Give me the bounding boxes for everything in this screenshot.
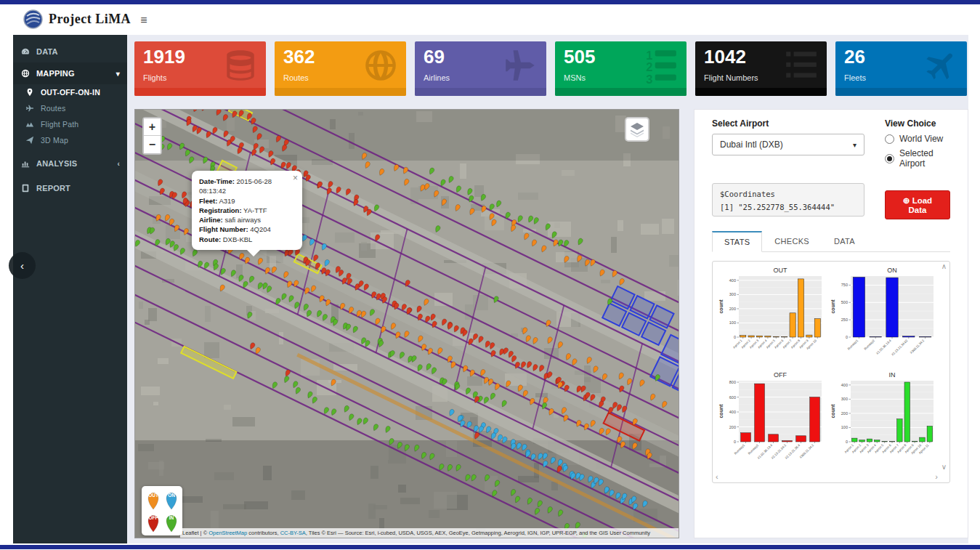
layers-icon <box>628 121 646 138</box>
airport-select[interactable]: Dubai Intl (DXB) ▾ <box>712 134 864 155</box>
coordinates-output: $Coordinates [1] "25.252778_55.364444" <box>712 183 864 217</box>
license-link[interactable]: CC-BY-SA <box>280 530 306 536</box>
chart-on: ONcount0250500750Runway1Runway2X1.55.36.… <box>829 264 938 365</box>
main-content: 1919 Flights 362 Routes 69 <box>127 35 968 543</box>
vertical-scrollbar[interactable]: ∧ ∨ <box>939 263 949 471</box>
popup-row: Date-Time: 2015-06-28 08:13:42 <box>199 177 295 196</box>
stat-label: Airlines <box>424 73 450 82</box>
sidebar-item-data[interactable]: DATA <box>13 41 127 62</box>
sidebar-item-label: OUT-OFF-ON-IN <box>41 88 100 97</box>
sidebar-item-routes[interactable]: Routes <box>13 100 127 116</box>
globe-icon <box>20 68 31 78</box>
svg-text:0: 0 <box>846 440 848 444</box>
chart-off: OFFcount0200400600800Runway1Runway2X1.02… <box>717 369 826 469</box>
popup-row: Route: DXB-KBL <box>199 235 295 244</box>
tab-checks[interactable]: CHECKS <box>762 231 822 252</box>
svg-text:3: 3 <box>646 73 652 84</box>
svg-text:count: count <box>718 299 724 314</box>
sidebar-item-report[interactable]: REPORT <box>13 177 127 199</box>
map-attribution: Leaflet | © OpenStreetMap contributors, … <box>180 528 679 538</box>
svg-text:200: 200 <box>729 307 736 311</box>
app-window: Project LiMA ≡ DATA MAPPING ▾ <box>13 4 967 543</box>
sidebar-item-mapping[interactable]: MAPPING ▾ <box>13 62 127 84</box>
stat-value: 362 <box>283 46 315 68</box>
scroll-right-icon[interactable]: › <box>935 473 938 481</box>
right-panel: Select Airport Dubai Intl (DXB) ▾ View C… <box>694 109 968 538</box>
map-popup: × Date-Time: 2015-06-28 08:13:42 Fleet: … <box>192 171 302 250</box>
map-marker-icon <box>25 87 35 97</box>
popup-row: Flight Number: 4Q204 <box>199 225 295 234</box>
svg-text:200: 200 <box>729 425 736 429</box>
svg-text:250: 250 <box>841 318 848 322</box>
plus-circle-icon: ⊕ <box>903 196 910 205</box>
load-data-button[interactable]: ⊕ Load Data <box>885 190 950 219</box>
svg-text:0: 0 <box>734 440 736 444</box>
svg-text:X300.11.34.2: X300.11.34.2 <box>798 443 814 459</box>
stat-label: MSNs <box>564 73 586 82</box>
map-legend: OUTONOFFIN <box>142 486 182 535</box>
close-icon[interactable]: × <box>293 172 298 185</box>
sidebar-toggle-button[interactable]: ≡ <box>134 11 154 30</box>
popup-row: Fleet: A319 <box>199 196 295 206</box>
stat-label: Flight Numbers <box>704 73 758 82</box>
svg-text:X300.11.34.2: X300.11.34.2 <box>910 339 926 355</box>
svg-text:OUT: OUT <box>774 267 788 274</box>
radio-checked-icon <box>885 154 894 163</box>
globe-icon <box>363 47 399 84</box>
tab-stats[interactable]: STATS <box>712 231 762 252</box>
svg-text:X2.13.21.36.4: X2.13.21.36.4 <box>784 443 801 460</box>
stat-card-footer <box>555 88 687 96</box>
logo-icon <box>23 9 43 29</box>
list-ol-icon: 123 <box>643 47 679 84</box>
sidebar-item-3d-map[interactable]: 3D Map <box>13 132 127 148</box>
svg-text:X1.55.36.13.4: X1.55.36.13.4 <box>875 339 892 355</box>
chevron-down-icon: ▾ <box>853 141 857 149</box>
chevron-down-icon: ▾ <box>116 70 120 78</box>
openstreetmap-link[interactable]: OpenStreetMap <box>208 530 247 536</box>
popup-row: Airline: safi airways <box>199 215 295 225</box>
svg-text:Runway2: Runway2 <box>748 443 760 456</box>
stat-value: 69 <box>424 46 445 68</box>
svg-text:count: count <box>830 299 835 314</box>
map[interactable]: + − × Date-Time: 2015-06-28 08:13:42 <box>134 109 679 538</box>
book-icon <box>20 183 31 193</box>
radio-selected-airport[interactable]: Selected Airport <box>885 148 950 169</box>
horizontal-scrollbar[interactable]: ‹ › <box>716 472 938 482</box>
legend-pin-in: IN <box>162 511 180 533</box>
svg-text:400: 400 <box>729 410 736 414</box>
stat-label: Flights <box>143 73 166 82</box>
stat-label: Routes <box>283 73 309 82</box>
sidebar-collapse-button[interactable]: ‹ <box>9 252 36 279</box>
svg-text:X2.13.21.34.02: X2.13.21.34.02 <box>891 339 909 357</box>
view-choice-label: View Choice <box>885 118 950 129</box>
sidebar-item-flight-path[interactable]: Flight Path <box>13 116 127 132</box>
radio-world-view[interactable]: World View <box>885 134 950 144</box>
stat-card-routes: 362 Routes <box>275 41 406 96</box>
layers-control[interactable] <box>625 117 649 142</box>
stat-card-flights: 1919 Flights <box>134 41 266 96</box>
sidebar-item-out-off-on-in[interactable]: OUT-OFF-ON-IN <box>13 84 127 100</box>
stat-value: 1042 <box>704 46 746 68</box>
chart-out: OUTcount0100200300400Apron 1Apron 2Apron… <box>717 264 826 365</box>
stat-card-airlines: 69 Airlines <box>415 41 546 96</box>
svg-text:OFF: OFF <box>148 515 158 520</box>
stat-card-flight-numbers: 1042 Flight Numbers <box>695 41 827 96</box>
tab-data[interactable]: DATA <box>822 231 867 252</box>
svg-text:OUT: OUT <box>148 493 158 498</box>
stat-card-footer <box>695 88 827 96</box>
sidebar-item-label: MAPPING <box>36 69 75 78</box>
scroll-up-icon[interactable]: ∧ <box>941 263 947 270</box>
send-icon <box>25 135 35 145</box>
svg-text:300: 300 <box>841 397 848 401</box>
sidebar-item-analysis[interactable]: ANALYSIS ‹ <box>13 153 127 174</box>
scroll-left-icon[interactable]: ‹ <box>716 473 718 481</box>
svg-text:Runway2: Runway2 <box>863 339 875 351</box>
zoom-in-button[interactable]: + <box>144 118 161 136</box>
popup-row: Registration: YA-TTF <box>199 206 295 215</box>
svg-text:0: 0 <box>846 335 848 339</box>
zoom-out-button[interactable]: − <box>144 136 161 153</box>
map-zoom-control: + − <box>142 117 162 155</box>
scroll-down-icon[interactable]: ∨ <box>941 464 947 471</box>
stat-value: 26 <box>844 46 865 68</box>
stat-label: Fleets <box>844 73 866 82</box>
